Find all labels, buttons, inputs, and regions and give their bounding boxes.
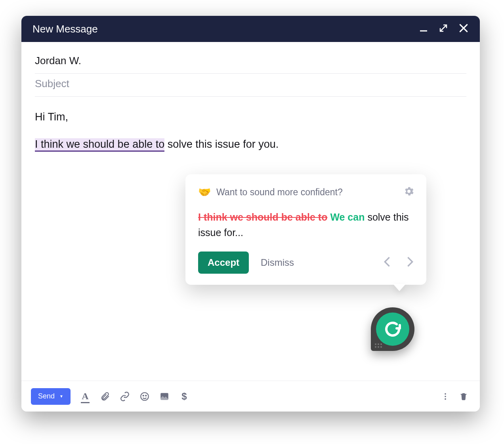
suggestion-header: 🤝 Want to sound more confident? <box>198 186 414 198</box>
expand-icon[interactable] <box>439 23 448 34</box>
highlighted-phrase[interactable]: I think we should be able to <box>35 138 164 152</box>
suggestion-text: I think we should be able to We can solv… <box>198 210 414 240</box>
compose-window: New Message Jordan W. Subject Hi Tim, I … <box>21 16 480 412</box>
replacement-text: We can <box>330 212 365 223</box>
card-pointer <box>393 284 406 291</box>
svg-point-6 <box>445 396 446 397</box>
subject-placeholder: Subject <box>35 78 69 90</box>
compose-fields: Jordan W. Subject <box>21 42 480 97</box>
window-controls <box>419 23 469 35</box>
suggestion-actions: Accept Dismiss <box>198 252 414 274</box>
gear-icon[interactable] <box>404 187 414 198</box>
send-dropdown-icon[interactable]: ▼ <box>59 394 63 398</box>
strike-text: I think we should be able to <box>198 212 327 223</box>
emoji-icon[interactable] <box>139 391 150 402</box>
svg-point-7 <box>445 398 446 400</box>
window-header: New Message <box>21 16 480 42</box>
close-icon[interactable] <box>458 23 469 35</box>
drag-handle-icon[interactable] <box>375 343 382 348</box>
grammarly-logo-icon <box>376 313 409 346</box>
window-title: New Message <box>32 23 419 35</box>
body-line-1: Hi Tim, <box>35 109 466 126</box>
dismiss-button[interactable]: Dismiss <box>261 257 294 268</box>
svg-point-2 <box>143 395 144 396</box>
to-value: Jordan W. <box>35 55 81 67</box>
svg-point-3 <box>145 395 146 396</box>
prev-suggestion-icon[interactable] <box>384 256 391 269</box>
send-label: Send <box>38 392 55 400</box>
message-body[interactable]: Hi Tim, I think we should be able to sol… <box>21 97 480 153</box>
trash-icon[interactable] <box>459 392 468 401</box>
next-suggestion-icon[interactable] <box>407 256 414 269</box>
dollar-icon[interactable]: $ <box>179 391 189 402</box>
send-button[interactable]: Send ▼ <box>31 388 71 405</box>
svg-point-1 <box>141 393 149 400</box>
suggestion-title: Want to sound more confident? <box>216 187 399 198</box>
grammarly-badge[interactable] <box>371 307 414 351</box>
attachment-icon[interactable] <box>100 391 110 402</box>
image-icon[interactable] <box>159 391 170 402</box>
toolbar-right <box>441 392 468 401</box>
more-menu-icon[interactable] <box>441 392 450 401</box>
format-icons: A $ <box>80 391 189 402</box>
compose-toolbar: Send ▼ A $ <box>21 381 480 412</box>
to-field[interactable]: Jordan W. <box>35 51 466 74</box>
accept-button[interactable]: Accept <box>198 252 249 274</box>
body-line-2: I think we should be able to solve this … <box>35 136 466 153</box>
subject-field[interactable]: Subject <box>35 74 466 97</box>
text-format-icon[interactable]: A <box>80 391 90 402</box>
svg-point-5 <box>445 393 446 394</box>
handshake-icon: 🤝 <box>198 186 211 198</box>
body-line-2-rest: solve this issue for you. <box>164 138 279 150</box>
link-icon[interactable] <box>120 391 130 402</box>
suggestion-card: 🤝 Want to sound more confident? I think … <box>185 174 426 285</box>
minimize-icon[interactable] <box>419 23 428 34</box>
suggestion-nav <box>384 256 414 269</box>
